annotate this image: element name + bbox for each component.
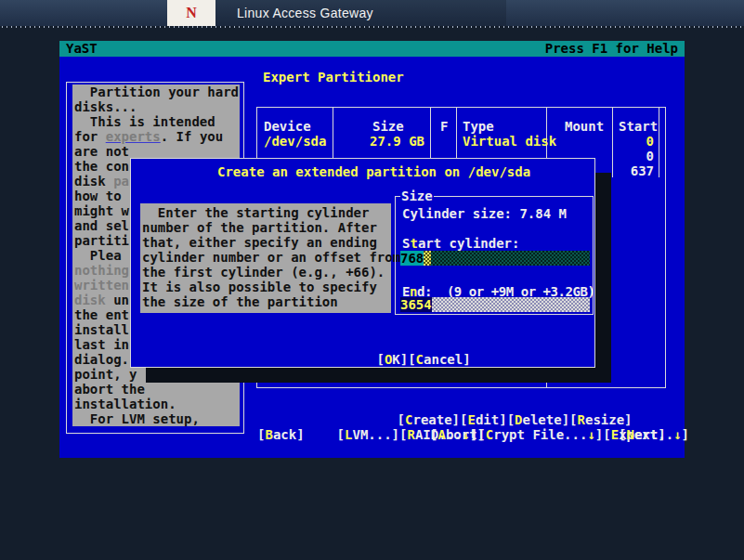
start-cylinder-value: 768 — [400, 251, 424, 266]
dialog-help-line: that, either specify an ending — [142, 235, 391, 250]
desktop-background: N Linux Access Gateway YaST Press F1 for… — [0, 0, 744, 560]
input-fill — [431, 251, 590, 266]
start-cylinder-input[interactable]: 768 — [400, 251, 590, 266]
text-segment: how to — [74, 189, 122, 203]
next-button[interactable]: [Next] — [619, 427, 666, 442]
browser-tab[interactable]: N — [167, 0, 215, 26]
text-segment: ancel] — [424, 352, 471, 367]
text-segment: for — [74, 129, 106, 144]
text-segment: partiti — [74, 233, 129, 248]
text-segment: disk — [74, 293, 106, 307]
text-segment: install — [74, 322, 129, 337]
dialog-help-line: the first cylinder (e.g., +66). — [142, 265, 391, 280]
help-text-line: For LVM setup, — [74, 411, 240, 426]
browser-titlebar: N Linux Access Gateway — [0, 0, 744, 26]
size-frame: Size Cylinder size: 7.84 M Start cylinde… — [395, 196, 594, 315]
lvm-button[interactable]: [LVM...] — [337, 427, 399, 442]
create-partition-dialog: Create an extended partition on /dev/sda… — [130, 158, 595, 368]
table-row-type: Virtual disk — [463, 134, 556, 149]
column-header-device: Device — [264, 119, 311, 134]
help-text-line: This is intended — [74, 114, 240, 129]
dialog-help-line: number of the partition. After — [142, 220, 391, 235]
text-segment: t — [410, 236, 417, 251]
ok-button[interactable]: [OK] — [376, 352, 408, 367]
text-segment: For LVM setup, — [74, 411, 200, 426]
text-segment: rypt File... — [493, 427, 587, 442]
text-segment: [ — [408, 352, 415, 367]
help-text-line: installation. — [74, 397, 240, 411]
text-cursor — [424, 251, 431, 266]
text-segment: R — [407, 427, 414, 442]
text-segment: Plea — [74, 248, 122, 263]
text-segment: C — [486, 427, 493, 442]
dialog-help-text: Enter the starting cylindernumber of the… — [140, 203, 391, 313]
size-frame-label: Size — [400, 189, 434, 203]
text-segment: last in — [74, 337, 129, 352]
text-segment: ] — [595, 427, 603, 442]
text-segment: . If you — [161, 129, 223, 144]
cancel-button[interactable]: [Cancel] — [408, 352, 470, 367]
column-separator — [659, 108, 659, 177]
text-segment: pa — [113, 174, 129, 189]
column-header-f: F — [440, 119, 448, 134]
crypt-file-menu-button[interactable]: [Crypt File...↓] — [477, 427, 603, 442]
yast-statusbar: YaST Press F1 for Help — [59, 41, 685, 57]
text-segment: point, y — [74, 367, 137, 382]
novell-logo-icon: N — [186, 5, 197, 21]
start-cylinder-label: Start cylinder: — [402, 236, 519, 251]
dialog-help-line: cylinder number or an offset from — [142, 250, 391, 265]
text-segment: C — [416, 352, 424, 367]
text-segment: [ — [376, 352, 384, 367]
text-segment: ] — [682, 427, 689, 442]
yast-app-name: YaST — [66, 41, 98, 57]
text-segment: art cylinder: — [418, 236, 520, 251]
text-segment: the con — [74, 159, 129, 174]
text-segment: disk — [74, 174, 113, 189]
help-text-line: are not — [74, 144, 240, 159]
help-text-line: for experts. If you — [74, 129, 240, 144]
text-segment: installation. — [74, 397, 176, 411]
text-segment: [ — [337, 427, 345, 442]
text-segment: bort] — [446, 427, 485, 442]
text-segment: N — [626, 427, 633, 442]
table-row-device[interactable]: /dev/sda — [264, 134, 326, 149]
text-segment: ↓ — [587, 427, 594, 442]
table-row-start: 0 — [646, 134, 654, 149]
dialog-help-line: It is also possible to specify — [142, 280, 391, 294]
text-segment: and sel — [74, 218, 129, 233]
table-row-size: 27.9 GB — [370, 134, 424, 149]
text-segment: dialog. — [74, 352, 129, 367]
yast-terminal-screen: YaST Press F1 for Help Expert Partitione… — [59, 41, 685, 458]
text-segment: B — [265, 427, 272, 442]
column-header-start: Start — [619, 119, 658, 134]
dialog-help-line: Enter the starting cylinder — [142, 205, 391, 220]
dialog-help-line: the size of the partition — [142, 294, 391, 309]
text-segment: VM...] — [352, 427, 399, 442]
back-button[interactable]: [Back] — [257, 427, 305, 442]
text-segment: Partition your hard — [74, 85, 239, 99]
column-separator — [612, 108, 613, 177]
dialog-button-row: [OK][Cancel] — [314, 337, 471, 382]
text-segment: the ent — [74, 307, 129, 322]
column-header-size: Size — [372, 119, 404, 134]
help-hint: Press F1 for Help — [545, 41, 678, 57]
text-segment: This is intended — [74, 114, 215, 129]
abort-button[interactable]: [Abort] — [430, 427, 485, 442]
text-segment: ↓ — [673, 427, 681, 442]
page-title: Expert Partitioner — [263, 70, 404, 85]
table-row-start: 637 — [631, 163, 654, 178]
window-title: Linux Access Gateway — [237, 0, 373, 26]
column-header-mount: Mount — [565, 119, 604, 134]
text-segment: [ — [603, 427, 610, 442]
end-cylinder-value: 3654 — [400, 297, 432, 312]
titlebar-separator — [0, 26, 744, 28]
text-segment: ext] — [634, 427, 666, 442]
text-segment: are not — [74, 144, 129, 159]
text-segment: A — [437, 427, 445, 442]
help-text-line: abort the — [74, 382, 240, 397]
text-segment: abort the — [74, 382, 145, 397]
table-row-start: 0 — [646, 149, 654, 163]
text-segment: disks... — [74, 99, 137, 114]
end-cylinder-input[interactable]: 3654 — [400, 297, 590, 312]
cylinder-size-label: Cylinder size: 7.84 M — [402, 206, 567, 221]
